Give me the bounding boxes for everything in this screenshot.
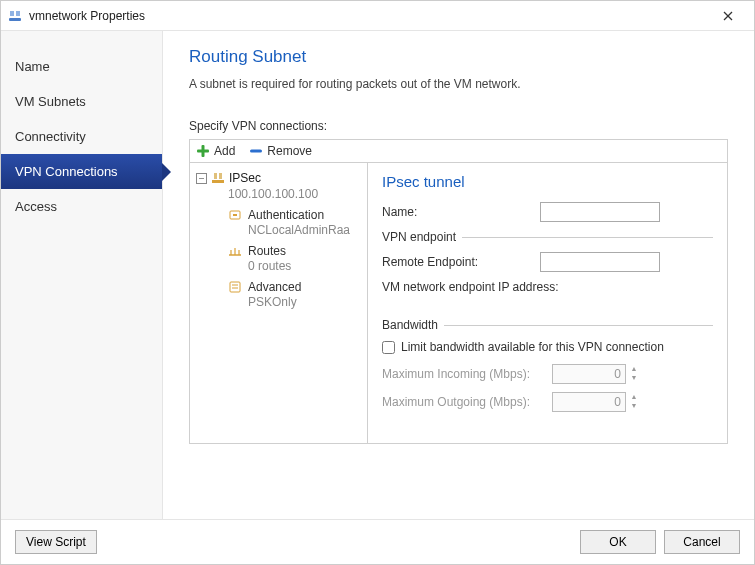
spin-down-icon: ▼ xyxy=(628,401,640,410)
sidebar-item-access[interactable]: Access xyxy=(1,189,162,224)
max-incoming-spinner: ▲ ▼ xyxy=(628,364,640,384)
remove-label: Remove xyxy=(267,144,312,158)
sidebar-item-vm-subnets[interactable]: VM Subnets xyxy=(1,84,162,119)
advanced-icon xyxy=(228,280,242,294)
remove-button[interactable]: Remove xyxy=(249,144,312,158)
svg-rect-6 xyxy=(197,150,209,153)
max-incoming-label: Maximum Incoming (Mbps): xyxy=(382,367,552,381)
add-button[interactable]: Add xyxy=(196,144,235,158)
max-incoming-input xyxy=(552,364,626,384)
page-heading: Routing Subnet xyxy=(189,47,728,67)
tree-child-label: Advanced xyxy=(248,280,301,294)
svg-rect-17 xyxy=(230,282,240,292)
name-input[interactable] xyxy=(540,202,660,222)
tree-child-routes[interactable]: Routes xyxy=(228,241,363,259)
group-label: VPN endpoint xyxy=(382,230,456,244)
tree-child-label: Routes xyxy=(248,244,286,258)
page-description: A subnet is required for routing packets… xyxy=(189,77,728,91)
detail-panel: IPsec tunnel Name: VPN endpoint Remote E… xyxy=(368,163,727,443)
max-outgoing-input xyxy=(552,392,626,412)
limit-bandwidth-checkbox[interactable] xyxy=(382,341,395,354)
svg-rect-0 xyxy=(9,18,21,21)
tree-child-label: Authentication xyxy=(248,208,324,222)
tree-child-sub: NCLocalAdminRaa xyxy=(248,223,363,237)
main-panel: Routing Subnet A subnet is required for … xyxy=(163,31,754,519)
body: Name VM Subnets Connectivity VPN Connect… xyxy=(1,31,754,519)
specify-label: Specify VPN connections: xyxy=(189,119,728,133)
svg-rect-2 xyxy=(16,11,20,16)
routes-icon xyxy=(228,244,242,258)
detail-heading: IPsec tunnel xyxy=(382,173,713,190)
group-divider xyxy=(462,237,713,238)
authentication-icon xyxy=(228,208,242,222)
footer: View Script OK Cancel xyxy=(1,519,754,564)
name-row: Name: xyxy=(382,202,713,222)
tree-root-sub: 100.100.100.100 xyxy=(228,187,363,201)
svg-rect-8 xyxy=(212,180,224,183)
cancel-button[interactable]: Cancel xyxy=(664,530,740,554)
max-outgoing-row: Maximum Outgoing (Mbps): ▲ ▼ xyxy=(382,392,713,412)
vm-endpoint-label: VM network endpoint IP address: xyxy=(382,280,713,294)
toolbar: Add Remove xyxy=(190,140,727,163)
group-divider xyxy=(444,325,713,326)
tree-root-label: IPSec xyxy=(229,171,261,185)
view-script-button[interactable]: View Script xyxy=(15,530,97,554)
window: vmnetwork Properties Name VM Subnets Con… xyxy=(0,0,755,565)
max-incoming-row: Maximum Incoming (Mbps): ▲ ▼ xyxy=(382,364,713,384)
remote-endpoint-input[interactable] xyxy=(540,252,660,272)
tree-child-sub: 0 routes xyxy=(248,259,363,273)
tree-child-advanced[interactable]: Advanced xyxy=(228,277,363,295)
remove-icon xyxy=(249,144,263,158)
tree-child-authentication[interactable]: Authentication xyxy=(228,205,363,223)
spin-up-icon: ▲ xyxy=(628,364,640,373)
add-label: Add xyxy=(214,144,235,158)
app-icon xyxy=(7,8,23,24)
expander-icon[interactable]: – xyxy=(196,173,207,184)
titlebar: vmnetwork Properties xyxy=(1,1,754,31)
vpn-endpoint-group: VPN endpoint xyxy=(382,230,713,244)
tree-root[interactable]: – IPSec xyxy=(194,169,363,187)
max-outgoing-label: Maximum Outgoing (Mbps): xyxy=(382,395,552,409)
tree: – IPSec 100.100.100.100 xyxy=(190,163,368,443)
sidebar-item-vpn-connections[interactable]: VPN Connections xyxy=(1,154,162,189)
spin-up-icon: ▲ xyxy=(628,392,640,401)
tree-and-detail: – IPSec 100.100.100.100 xyxy=(190,163,727,443)
remote-endpoint-row: Remote Endpoint: xyxy=(382,252,713,272)
remote-endpoint-label: Remote Endpoint: xyxy=(382,255,532,269)
svg-rect-7 xyxy=(250,150,262,153)
max-outgoing-spinner: ▲ ▼ xyxy=(628,392,640,412)
window-title: vmnetwork Properties xyxy=(29,9,708,23)
vpn-box: Add Remove – xyxy=(189,139,728,444)
add-icon xyxy=(196,144,210,158)
name-label: Name: xyxy=(382,205,532,219)
ok-button[interactable]: OK xyxy=(580,530,656,554)
bandwidth-group: Bandwidth xyxy=(382,318,713,332)
svg-rect-12 xyxy=(233,214,237,216)
svg-rect-1 xyxy=(10,11,14,16)
tree-child-sub: PSKOnly xyxy=(248,295,363,309)
sidebar-item-name[interactable]: Name xyxy=(1,49,162,84)
sidebar-item-connectivity[interactable]: Connectivity xyxy=(1,119,162,154)
svg-rect-10 xyxy=(219,173,222,179)
limit-bandwidth-label: Limit bandwidth available for this VPN c… xyxy=(401,340,664,354)
spin-down-icon: ▼ xyxy=(628,373,640,382)
close-button[interactable] xyxy=(708,2,748,30)
group-label: Bandwidth xyxy=(382,318,438,332)
svg-rect-9 xyxy=(214,173,217,179)
limit-bandwidth-row: Limit bandwidth available for this VPN c… xyxy=(382,340,713,354)
sidebar: Name VM Subnets Connectivity VPN Connect… xyxy=(1,31,163,519)
ipsec-icon xyxy=(211,171,225,185)
